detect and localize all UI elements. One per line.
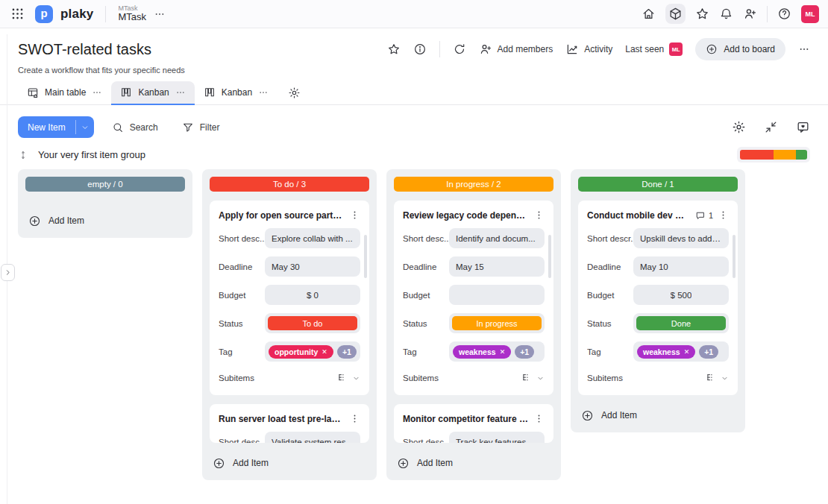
- card-field-row: Subitems: [403, 370, 545, 386]
- tag-field[interactable]: weakness✕+1: [449, 341, 545, 362]
- more-tags-badge[interactable]: +1: [699, 345, 718, 359]
- tab-menu-icon[interactable]: [258, 87, 269, 98]
- field-label-short-desc: Short desc...: [219, 438, 265, 444]
- tab-main-table[interactable]: Main table: [18, 81, 111, 104]
- field-value-short-desc[interactable]: Identify and docum...: [449, 228, 545, 248]
- tab-menu-icon[interactable]: [92, 87, 102, 98]
- kanban-card[interactable]: Monitor competitor feature rollou...Shor…: [394, 404, 553, 443]
- board-header: SWOT-related tasks Add members Activity …: [0, 28, 828, 75]
- comment-count-badge[interactable]: 1: [695, 210, 713, 221]
- more-tags-badge[interactable]: +1: [337, 345, 357, 359]
- subitems-controls[interactable]: [337, 373, 360, 383]
- activity-button[interactable]: Activity: [565, 42, 612, 56]
- field-value-budget[interactable]: [449, 285, 545, 305]
- tag-chip-weakness[interactable]: weakness✕: [453, 345, 511, 359]
- new-item-button[interactable]: New Item: [18, 116, 94, 138]
- tag-chip-weakness[interactable]: weakness✕: [637, 345, 695, 359]
- status-field[interactable]: To do: [265, 313, 360, 333]
- collapse-icon[interactable]: [764, 120, 778, 134]
- tag-field[interactable]: opportunity✕+1: [265, 341, 360, 362]
- kanban-card[interactable]: Run server load test pre-launchShort des…: [210, 404, 369, 443]
- status-field[interactable]: Done: [633, 313, 729, 333]
- workspace-menu-icon[interactable]: [154, 8, 166, 20]
- field-value-short-desc[interactable]: Explore collab with ...: [265, 228, 360, 248]
- favorites-star-icon[interactable]: [695, 7, 709, 21]
- add-item-button[interactable]: Add Item: [210, 453, 369, 473]
- views-settings-gear-icon[interactable]: [288, 86, 301, 99]
- last-seen-label: Last seen: [625, 44, 664, 54]
- card-title: Conduct mobile dev works...: [587, 210, 691, 221]
- workspace-switcher[interactable]: MTask MTask: [118, 4, 146, 23]
- card-scrollbar[interactable]: [548, 235, 551, 278]
- card-menu-icon[interactable]: [533, 210, 545, 221]
- boards-nav-active[interactable]: [665, 4, 686, 24]
- board-settings-gear-icon[interactable]: [732, 120, 746, 134]
- card-field-row: Status In progress: [403, 313, 545, 333]
- card-menu-icon[interactable]: [349, 413, 360, 424]
- sidebar-expander-button[interactable]: [1, 264, 15, 281]
- tab-kanban-2[interactable]: Kanban: [195, 81, 277, 104]
- remove-tag-icon[interactable]: ✕: [322, 348, 327, 356]
- kanban-card[interactable]: Review legacy code dependenciesShort des…: [394, 201, 553, 395]
- field-label-deadline: Deadline: [403, 262, 449, 271]
- add-item-button[interactable]: Add Item: [394, 453, 553, 473]
- field-value-short-desc[interactable]: Track key features...: [449, 432, 545, 443]
- plaky-logo[interactable]: p: [35, 5, 53, 23]
- kanban-card[interactable]: Apply for open source partnershipShort d…: [210, 201, 369, 395]
- notifications-bell-icon[interactable]: [719, 7, 733, 21]
- board-info-icon[interactable]: [413, 42, 427, 56]
- field-value-budget[interactable]: $ 0: [265, 285, 360, 305]
- tab-kanban-active[interactable]: Kanban: [111, 81, 194, 104]
- subitems-controls[interactable]: [706, 373, 729, 383]
- filter-button[interactable]: Filter: [182, 122, 220, 133]
- more-tags-badge[interactable]: +1: [515, 345, 534, 359]
- field-value-deadline[interactable]: May 10: [633, 256, 729, 277]
- field-label-short-desc: Short desc...: [403, 438, 449, 444]
- home-icon[interactable]: [642, 7, 656, 21]
- feedback-icon[interactable]: [796, 120, 810, 134]
- help-icon[interactable]: [777, 7, 791, 21]
- add-to-board-button[interactable]: Add to board: [695, 38, 785, 60]
- add-members-button[interactable]: Add members: [479, 42, 553, 56]
- add-item-button[interactable]: Add Item: [578, 406, 738, 425]
- status-field[interactable]: In progress: [449, 313, 545, 333]
- add-item-button[interactable]: Add Item: [25, 211, 185, 230]
- status-badge[interactable]: In progress: [452, 316, 542, 330]
- favorite-board-icon[interactable]: [387, 42, 401, 56]
- card-scrollbar[interactable]: [733, 235, 736, 278]
- view-tabs: Main table Kanban Kanban: [0, 81, 828, 105]
- invite-user-icon[interactable]: [743, 7, 757, 21]
- card-menu-icon[interactable]: [718, 210, 729, 221]
- field-value-short-desc[interactable]: Validate system res...: [265, 432, 360, 443]
- kanban-column-to-do-3: To do / 3 Apply for open source partners…: [202, 169, 377, 480]
- search-button[interactable]: Search: [112, 122, 158, 133]
- drag-handle-icon[interactable]: [18, 150, 28, 160]
- card-header: Monitor competitor feature rollou...: [403, 413, 545, 424]
- remove-tag-icon[interactable]: ✕: [500, 348, 506, 356]
- comment-icon: [695, 210, 706, 221]
- sync-icon[interactable]: [453, 42, 466, 56]
- board-menu-icon[interactable]: [798, 43, 810, 55]
- card-field-row: Short descr... Upskill devs to addre...: [587, 228, 729, 248]
- tab-menu-icon[interactable]: [175, 87, 186, 98]
- chevron-right-icon: [4, 268, 12, 277]
- subitems-controls[interactable]: [521, 373, 545, 383]
- card-menu-icon[interactable]: [533, 413, 545, 424]
- status-badge[interactable]: To do: [268, 316, 357, 330]
- field-value-deadline[interactable]: May 30: [265, 256, 360, 277]
- kanban-view-icon: [120, 86, 132, 98]
- field-value-budget[interactable]: $ 500: [633, 285, 729, 305]
- tag-field[interactable]: weakness✕+1: [633, 341, 729, 362]
- last-seen-group[interactable]: Last seen ML: [625, 42, 683, 56]
- user-avatar[interactable]: ML: [801, 5, 819, 23]
- new-item-dropdown[interactable]: [76, 116, 94, 138]
- status-badge[interactable]: Done: [636, 316, 726, 330]
- remove-tag-icon[interactable]: ✕: [684, 348, 690, 356]
- card-scrollbar[interactable]: [364, 235, 367, 278]
- card-menu-icon[interactable]: [349, 210, 360, 221]
- field-value-short-descr[interactable]: Upskill devs to addre...: [633, 228, 729, 248]
- apps-grid-icon[interactable]: [10, 7, 25, 21]
- field-value-deadline[interactable]: May 15: [449, 256, 545, 277]
- tag-chip-opportunity[interactable]: opportunity✕: [269, 345, 333, 359]
- kanban-card[interactable]: Conduct mobile dev works... 1Short descr…: [578, 201, 738, 395]
